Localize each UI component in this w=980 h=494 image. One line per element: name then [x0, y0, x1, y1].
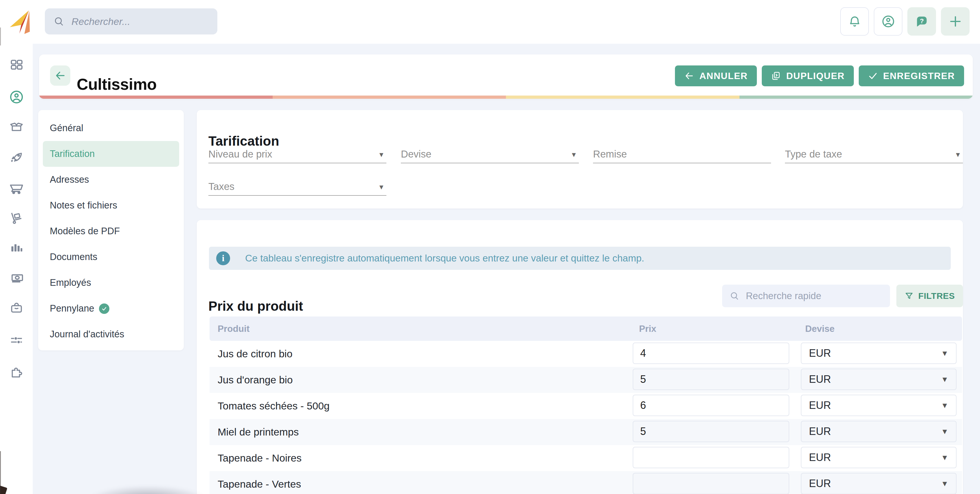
settings-nav-item[interactable]: Tarification — [43, 141, 179, 167]
briefcase-icon[interactable] — [9, 300, 24, 316]
arrow-left-icon — [684, 71, 694, 81]
form-field-label: Taxes — [208, 181, 234, 192]
contacts-icon[interactable] — [9, 89, 24, 105]
chevron-down-icon: ▼ — [941, 453, 948, 462]
settings-nav-item-label: Modèles de PDF — [50, 226, 120, 237]
autosave-info-banner: i Ce tableau s'enregistre automatiquemen… — [209, 247, 951, 270]
user-icon — [881, 14, 895, 29]
table-row: Tapenade - Noires EUR ▼ — [210, 445, 962, 471]
duplicate-button[interactable]: DUPLIQUER — [762, 65, 854, 86]
plugin-puzzle-icon[interactable] — [9, 365, 24, 380]
settings-nav-item-label: Tarification — [50, 148, 95, 159]
column-header-prix: Prix — [639, 317, 656, 341]
form-field-label: Devise — [401, 148, 431, 160]
pricing-section: Tarification Niveau de prix ▼ Devise ▼ R… — [197, 110, 963, 209]
currency-select[interactable]: EUR ▼ — [801, 421, 956, 442]
settings-nav-item[interactable]: Pennylane — [43, 296, 179, 322]
form-field[interactable]: Taxes ▼ — [208, 179, 387, 196]
edge-artifact — [0, 451, 1, 494]
currency-select[interactable]: EUR ▼ — [801, 473, 956, 494]
price-input[interactable] — [633, 395, 789, 416]
help-button[interactable]: ? — [907, 7, 936, 36]
sidebar-rail — [0, 44, 33, 494]
product-name: Jus d'orange bio — [218, 367, 293, 393]
plus-icon — [948, 14, 963, 29]
price-input[interactable] — [633, 473, 789, 494]
currency-select[interactable]: EUR ▼ — [801, 369, 956, 390]
dashboard-grid-icon[interactable] — [9, 57, 24, 72]
settings-nav-list: Général Tarification Adresses Notes et f… — [38, 115, 184, 347]
help-chat-icon: ? — [915, 14, 929, 29]
currency-value: EUR — [809, 399, 831, 411]
settings-nav-item-label: Employés — [50, 277, 91, 288]
product-name: Jus de citron bio — [218, 341, 293, 367]
form-field[interactable]: Type de taxe ▼ — [785, 147, 963, 163]
notifications-button[interactable] — [840, 7, 869, 36]
account-button[interactable] — [874, 7, 902, 36]
price-input[interactable] — [633, 343, 789, 364]
delivery-trolley-icon[interactable] — [9, 210, 24, 225]
form-field[interactable]: Remise — [593, 147, 771, 163]
settings-nav-item[interactable]: Adresses — [43, 167, 179, 193]
settings-nav-item-label: Journal d'activités — [50, 329, 124, 339]
form-field[interactable]: Niveau de prix ▼ — [208, 147, 387, 163]
product-name: Miel de printemps — [218, 419, 299, 445]
info-icon: i — [216, 251, 230, 265]
settings-nav-item[interactable]: Employés — [43, 270, 179, 296]
form-field-label: Remise — [593, 148, 627, 160]
global-search-input[interactable] — [71, 16, 217, 27]
price-table-header: Produit Prix Devise — [210, 317, 962, 341]
product-name: Tomates séchées - 500g — [218, 393, 330, 419]
quick-search-input[interactable] — [745, 290, 890, 302]
product-name: Tapenade - Vertes — [218, 471, 301, 494]
settings-nav-item[interactable]: Notes et fichiers — [43, 193, 179, 218]
svg-text:?: ? — [920, 17, 924, 25]
currency-value: EUR — [809, 347, 831, 359]
bar-chart-icon[interactable] — [9, 240, 24, 255]
settings-nav-item[interactable]: Modèles de PDF — [43, 218, 179, 244]
app-logo-paper-plane-icon[interactable] — [8, 6, 31, 35]
banknote-icon[interactable] — [9, 270, 24, 285]
back-button[interactable] — [50, 65, 70, 86]
settings-nav-item-label: Notes et fichiers — [50, 200, 117, 211]
cancel-button[interactable]: ANNULER — [675, 65, 757, 86]
chevron-down-icon: ▼ — [570, 151, 577, 159]
chevron-down-icon: ▼ — [955, 151, 961, 159]
table-row: Tapenade - Vertes EUR ▼ — [210, 471, 962, 494]
search-icon — [730, 291, 740, 301]
chevron-down-icon: ▼ — [941, 349, 948, 358]
bottom-shadow-artifact — [87, 485, 208, 494]
create-button[interactable] — [941, 7, 970, 36]
filters-button[interactable]: FILTRES — [896, 285, 963, 307]
settings-nav-item[interactable]: Journal d'activités — [43, 322, 179, 347]
check-icon — [868, 71, 878, 81]
price-input[interactable] — [633, 447, 789, 468]
price-input[interactable] — [633, 369, 789, 390]
currency-value: EUR — [809, 451, 831, 464]
form-field[interactable]: Devise ▼ — [401, 147, 579, 163]
column-header-devise: Devise — [805, 317, 835, 341]
currency-value: EUR — [809, 373, 831, 386]
settings-nav: Général Tarification Adresses Notes et f… — [38, 110, 184, 351]
products-box-icon[interactable] — [9, 119, 24, 134]
arrow-left-icon — [54, 70, 66, 81]
form-field-label: Niveau de prix — [208, 148, 272, 160]
app-window: ? — [0, 0, 980, 494]
chevron-down-icon: ▼ — [941, 427, 948, 436]
settings-sliders-icon[interactable] — [9, 332, 24, 348]
currency-select[interactable]: EUR ▼ — [801, 395, 956, 416]
cart-icon[interactable] — [9, 180, 24, 195]
chevron-down-icon: ▼ — [941, 479, 948, 488]
settings-nav-item[interactable]: Général — [43, 115, 179, 141]
price-input[interactable] — [633, 421, 789, 442]
form-field-label: Type de taxe — [785, 148, 842, 160]
settings-nav-item[interactable]: Documents — [43, 244, 179, 270]
currency-select[interactable]: EUR ▼ — [801, 447, 956, 468]
edge-artifact — [0, 27, 1, 45]
settings-nav-item-label: Pennylane — [50, 303, 94, 314]
currency-select[interactable]: EUR ▼ — [801, 343, 956, 364]
chevron-down-icon: ▼ — [941, 375, 948, 384]
rocket-icon[interactable] — [9, 149, 24, 164]
save-button[interactable]: ENREGISTRER — [859, 65, 964, 86]
verified-check-icon — [99, 303, 110, 314]
